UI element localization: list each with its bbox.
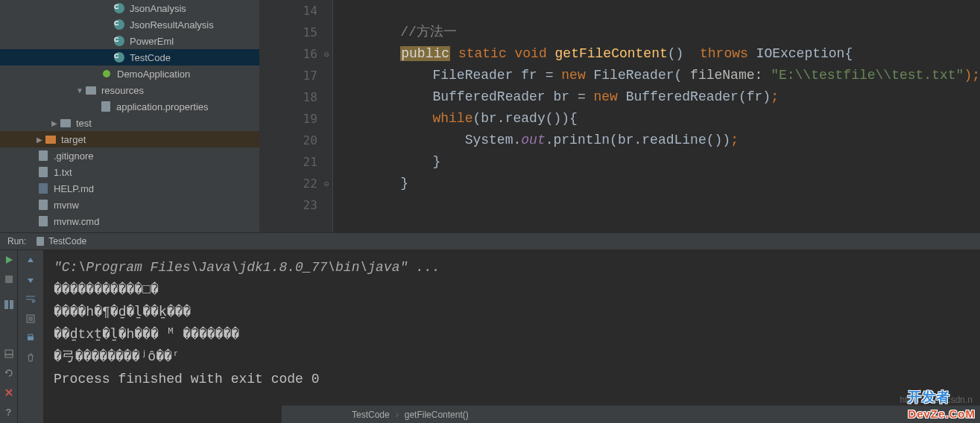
- project-tree: CJsonAnalysisCJsonResultAnalysisCPowerEm…: [0, 0, 260, 232]
- tree-item-label: .gitignore: [54, 150, 93, 162]
- tree-item-label: HELP.md: [54, 183, 94, 194]
- tree-item-mvnw[interactable]: mvnw: [0, 197, 259, 213]
- gutter-line[interactable]: 16⊖: [260, 43, 332, 65]
- code-line[interactable]: FileReader fr = new FileReader( fileName…: [336, 65, 980, 86]
- file-icon: [37, 150, 49, 162]
- chevron-right-icon: ›: [393, 410, 402, 420]
- help-button[interactable]: ?: [0, 402, 18, 422]
- run-tab-label: Run:: [3, 236, 31, 247]
- wrap-button[interactable]: [23, 292, 38, 307]
- tree-item-label: target: [61, 134, 86, 145]
- markdown-icon: [37, 182, 49, 194]
- svg-rect-5: [5, 350, 13, 354]
- console-line: Process finished with exit code 0: [54, 368, 970, 390]
- tree-item-pom-xml[interactable]: mpom.xml: [0, 229, 259, 232]
- tree-item-label: JsonResultAnalysis: [130, 19, 214, 31]
- svg-rect-2: [5, 276, 13, 283]
- gutter-line[interactable]: 20: [260, 130, 332, 151]
- console-output[interactable]: "C:\Program Files\Java\jdk1.8.0_77\bin\j…: [43, 250, 980, 423]
- tree-item-testcode[interactable]: CTestCode: [0, 49, 259, 66]
- tree-item-demoapplication[interactable]: DemoApplication: [0, 66, 259, 82]
- run-config-tab[interactable]: TestCode: [31, 236, 91, 247]
- code-line[interactable]: public static void getFileContent() thro…: [336, 43, 980, 65]
- gutter-line[interactable]: 19: [260, 108, 332, 130]
- class-icon: C: [114, 52, 124, 63]
- svg-point-0: [103, 70, 110, 77]
- code-line[interactable]: //方法一: [336, 22, 980, 43]
- console-toolbar: [18, 250, 43, 423]
- restore-button[interactable]: [0, 363, 18, 383]
- gutter-line[interactable]: 22⊖: [260, 173, 332, 194]
- gutter-line[interactable]: 18: [260, 86, 332, 108]
- fold-icon[interactable]: ⊖: [324, 179, 329, 189]
- tree-item-mvnw-cmd[interactable]: mvnw.cmd: [0, 213, 259, 229]
- console-line: �����������□�: [54, 279, 970, 301]
- breadcrumb-item[interactable]: getFileContent(): [402, 410, 472, 420]
- scroll-button[interactable]: [23, 311, 38, 326]
- rerun-button[interactable]: [0, 250, 18, 270]
- code-line[interactable]: }: [336, 173, 980, 194]
- tree-item--gitignore[interactable]: .gitignore: [0, 147, 259, 164]
- class-icon: C: [114, 3, 124, 13]
- tree-item-label: DemoApplication: [117, 69, 190, 80]
- tree-item-powereml[interactable]: CPowerEml: [0, 33, 259, 49]
- pin-button[interactable]: [0, 344, 18, 363]
- down-button[interactable]: [23, 273, 38, 287]
- file-icon: [37, 215, 49, 227]
- expand-arrow-icon[interactable]: ▶: [34, 136, 45, 144]
- breadcrumb-item[interactable]: TestCode: [349, 410, 393, 420]
- tree-item-1-txt[interactable]: 1.txt: [0, 164, 259, 180]
- code-line[interactable]: System.out.println(br.readLine());: [336, 130, 980, 151]
- tree-item-jsonanalysis[interactable]: CJsonAnalysis: [0, 0, 259, 16]
- tree-item-target[interactable]: ▶target: [0, 131, 259, 147]
- code-area[interactable]: //方法一 public static void getFileContent(…: [333, 0, 980, 232]
- code-line[interactable]: BufferedReader br = new BufferedReader(f…: [336, 86, 980, 108]
- gutter-line[interactable]: 21: [260, 151, 332, 173]
- gutter-line[interactable]: 23: [260, 194, 332, 216]
- console-line: "C:\Program Files\Java\jdk1.8.0_77\bin\j…: [54, 256, 970, 279]
- run-side-toolbar: ?: [0, 250, 18, 423]
- tree-item-help-md[interactable]: HELP.md: [0, 180, 259, 197]
- file-icon: [37, 199, 49, 211]
- tree-item-label: TestCode: [130, 52, 171, 63]
- fold-icon[interactable]: ⊖: [324, 49, 329, 60]
- tree-item-application-properties[interactable]: application.properties: [0, 98, 259, 115]
- maven-icon: m: [37, 232, 49, 232]
- print-button[interactable]: [23, 331, 38, 346]
- up-button[interactable]: [23, 253, 38, 268]
- code-line[interactable]: while(br.ready()){: [336, 108, 980, 130]
- gutter-line[interactable]: 15: [260, 22, 332, 43]
- watermark-logo: 开发者 DevZe.CoM: [908, 388, 976, 422]
- console-line: ��ḏtxṯ�ḻ�h��� ᴹ �������: [54, 323, 970, 346]
- expand-arrow-icon[interactable]: ▼: [75, 86, 85, 95]
- class-icon: C: [114, 36, 124, 46]
- spring-boot-icon: [101, 68, 113, 80]
- code-line[interactable]: [336, 0, 980, 22]
- code-line[interactable]: [336, 194, 980, 216]
- svg-rect-9: [28, 334, 33, 337]
- svg-rect-6: [5, 354, 13, 357]
- stop-button[interactable]: [0, 270, 18, 289]
- class-icon: C: [114, 19, 124, 30]
- code-line[interactable]: }: [336, 151, 980, 173]
- tree-item-label: mvnw: [54, 200, 79, 211]
- gutter-line[interactable]: 14: [260, 0, 332, 22]
- svg-rect-4: [10, 300, 13, 309]
- folder-icon: [85, 84, 97, 96]
- run-panel-header: Run: TestCode: [0, 232, 980, 250]
- tree-item-resources[interactable]: ▼resources: [0, 82, 259, 98]
- gutter-line[interactable]: 17: [260, 65, 332, 86]
- tree-item-label: test: [76, 118, 92, 129]
- expand-arrow-icon[interactable]: ▶: [49, 119, 60, 127]
- tree-item-test[interactable]: ▶test: [0, 115, 259, 131]
- svg-rect-1: [37, 237, 44, 246]
- close-button[interactable]: [0, 383, 18, 402]
- clear-button[interactable]: [23, 350, 38, 365]
- file-icon: [37, 166, 49, 178]
- tree-item-label: application.properties: [116, 101, 209, 112]
- svg-rect-8: [28, 337, 34, 340]
- layout-button[interactable]: [0, 295, 18, 314]
- tree-item-label: 1.txt: [54, 167, 72, 178]
- tree-item-label: pom.xml: [54, 232, 90, 233]
- tree-item-jsonresultanalysis[interactable]: CJsonResultAnalysis: [0, 16, 259, 33]
